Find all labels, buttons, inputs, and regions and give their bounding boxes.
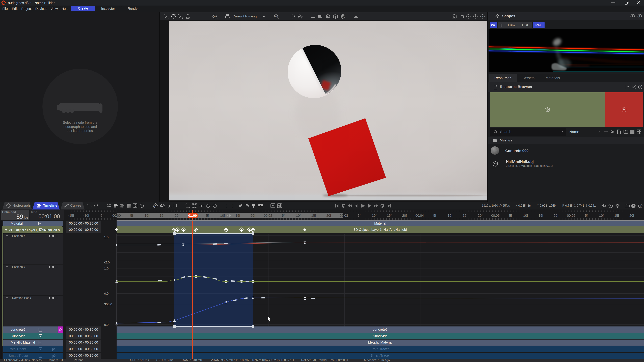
svg-text:?: ? <box>482 15 483 18</box>
svg-text:20f: 20f <box>630 214 634 217</box>
svg-text:5f: 5f <box>206 214 209 217</box>
svg-text:?: ? <box>639 15 640 17</box>
svg-text:20f: 20f <box>175 214 180 217</box>
svg-text:300.0: 300.0 <box>104 303 112 306</box>
svg-text:5f: 5f <box>585 214 588 217</box>
svg-text:00:06: 00:06 <box>567 214 576 217</box>
svg-text:15f: 15f <box>160 214 164 217</box>
svg-text:1.0: 1.0 <box>104 267 108 270</box>
svg-text:?: ? <box>640 204 641 207</box>
svg-text:?: ? <box>640 85 641 88</box>
svg-text:01:00: 01:00 <box>188 214 197 217</box>
svg-text:15f: 15f <box>236 214 240 217</box>
svg-text:20f: 20f <box>326 214 331 217</box>
svg-text:-15f: -15f <box>68 214 74 217</box>
svg-text:10f: 10f <box>448 214 452 217</box>
svg-text:10f: 10f <box>372 214 376 217</box>
svg-text:5f: 5f <box>509 214 512 217</box>
svg-text:20f: 20f <box>402 214 407 217</box>
svg-text:-10f: -10f <box>83 214 89 217</box>
svg-text:P: P <box>214 15 216 18</box>
svg-text:-5f: -5f <box>100 214 104 217</box>
svg-text:5f: 5f <box>358 214 360 217</box>
svg-text:15f: 15f <box>614 214 619 217</box>
svg-text:10f: 10f <box>599 214 604 217</box>
svg-text:15f: 15f <box>387 214 392 217</box>
svg-text:10f: 10f <box>296 214 301 217</box>
svg-text:20f: 20f <box>478 214 482 217</box>
svg-text:00:02: 00:02 <box>264 214 272 217</box>
svg-text:20f: 20f <box>554 214 558 217</box>
svg-text:5f: 5f <box>433 214 436 217</box>
svg-text:10f: 10f <box>220 214 225 217</box>
svg-text:00:05: 00:05 <box>491 214 500 217</box>
svg-text:-2.0: -2.0 <box>104 261 110 264</box>
svg-text:20f: 20f <box>250 214 255 217</box>
svg-text:5f: 5f <box>282 214 285 217</box>
svg-text:00:04: 00:04 <box>416 214 424 217</box>
svg-text:15f: 15f <box>463 214 468 217</box>
svg-text:0.0: 0.0 <box>104 323 108 327</box>
svg-text:10f: 10f <box>144 214 149 217</box>
svg-text:M: M <box>275 15 277 17</box>
svg-text:10f: 10f <box>523 214 528 217</box>
svg-text:5f: 5f <box>130 214 133 217</box>
svg-text:0.0: 0.0 <box>104 292 108 295</box>
svg-text:15f: 15f <box>311 214 316 217</box>
svg-text:15f: 15f <box>538 214 543 217</box>
svg-text:A: A <box>154 205 156 207</box>
